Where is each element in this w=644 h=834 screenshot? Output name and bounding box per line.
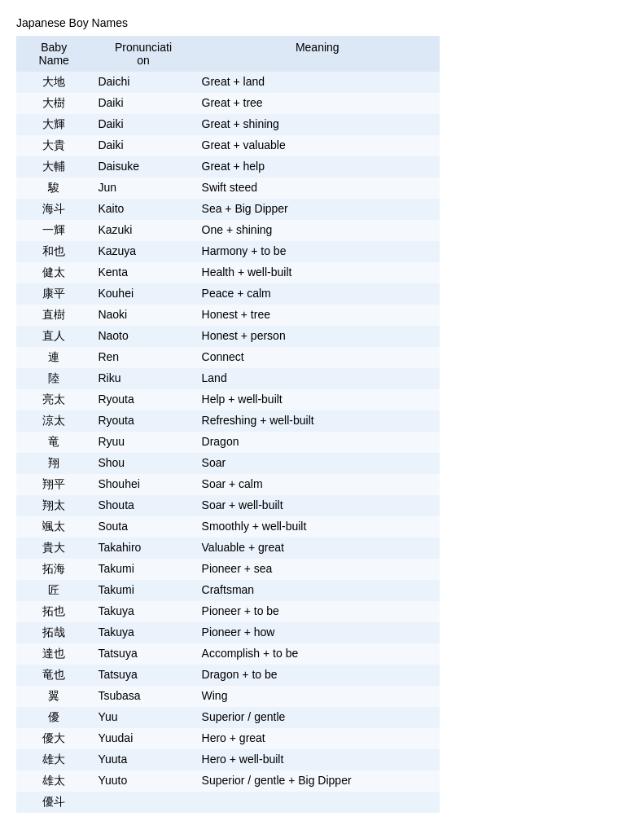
cell-meaning [195, 792, 440, 813]
cell-kanji: 翔太 [16, 495, 91, 516]
cell-pronunciation: Ryuu [91, 432, 195, 453]
cell-kanji: 大地 [16, 72, 91, 93]
table-row: 竜也TatsuyaDragon + to be [16, 665, 440, 686]
table-row: 翼TsubasaWing [16, 686, 440, 707]
cell-kanji: 拓哉 [16, 622, 91, 643]
table-row: 駿JunSwift steed [16, 178, 440, 199]
cell-kanji: 直人 [16, 326, 91, 347]
cell-meaning: Harmony + to be [195, 241, 440, 262]
table-row: 康平KouheiPeace + calm [16, 283, 440, 305]
cell-meaning: Great + shining [195, 114, 440, 135]
cell-kanji: 健太 [16, 262, 91, 283]
cell-kanji: 颯太 [16, 516, 91, 538]
cell-kanji: 翼 [16, 686, 91, 707]
table-row: 達也TatsuyaAccomplish + to be [16, 643, 440, 665]
cell-kanji: 雄太 [16, 770, 91, 792]
cell-meaning: Wing [195, 686, 440, 707]
cell-kanji: 雄大 [16, 749, 91, 770]
cell-meaning: Soar [195, 453, 440, 474]
cell-kanji: 拓海 [16, 559, 91, 580]
cell-kanji: 竜 [16, 432, 91, 453]
cell-pronunciation: Kouhei [91, 283, 195, 305]
cell-pronunciation: Kazuki [91, 220, 195, 241]
table-row: 優大YuudaiHero + great [16, 728, 440, 749]
table-row: 陸RikuLand [16, 368, 440, 389]
cell-kanji: 一輝 [16, 220, 91, 241]
cell-pronunciation: Yuudai [91, 728, 195, 749]
table-row: 拓哉TakuyaPioneer + how [16, 622, 440, 643]
table-row: 翔平ShouheiSoar + calm [16, 474, 440, 495]
cell-pronunciation: Naoki [91, 305, 195, 326]
cell-pronunciation: Tatsuya [91, 665, 195, 686]
cell-kanji: 拓也 [16, 601, 91, 622]
cell-pronunciation: Yuuta [91, 749, 195, 770]
cell-kanji: 優 [16, 707, 91, 728]
cell-meaning: Refreshing + well-built [195, 410, 440, 432]
cell-kanji: 貴大 [16, 538, 91, 559]
cell-kanji: 翔 [16, 453, 91, 474]
cell-meaning: Peace + calm [195, 283, 440, 305]
cell-meaning: Pioneer + to be [195, 601, 440, 622]
cell-pronunciation: Takuya [91, 622, 195, 643]
cell-meaning: Great + help [195, 156, 440, 178]
table-row: 雄大YuutaHero + well-built [16, 749, 440, 770]
cell-meaning: Health + well-built [195, 262, 440, 283]
cell-kanji: 優大 [16, 728, 91, 749]
table-row: 大樹DaikiGreat + tree [16, 93, 440, 114]
cell-meaning: Great + land [195, 72, 440, 93]
cell-meaning: Pioneer + sea [195, 559, 440, 580]
cell-pronunciation: Ryouta [91, 389, 195, 410]
table-row: 大地DaichiGreat + land [16, 72, 440, 93]
cell-pronunciation: Naoto [91, 326, 195, 347]
page-title: Japanese Boy Names [16, 16, 628, 29]
cell-kanji: 駿 [16, 178, 91, 199]
table-row: 海斗KaitoSea + Big Dipper [16, 199, 440, 220]
cell-kanji: 康平 [16, 283, 91, 305]
cell-meaning: Sea + Big Dipper [195, 199, 440, 220]
table-row: 拓海TakumiPioneer + sea [16, 559, 440, 580]
cell-kanji: 大輝 [16, 114, 91, 135]
cell-pronunciation: Takahiro [91, 538, 195, 559]
cell-meaning: Swift steed [195, 178, 440, 199]
cell-meaning: Craftsman [195, 580, 440, 601]
cell-meaning: Honest + tree [195, 305, 440, 326]
cell-meaning: Superior / gentle [195, 707, 440, 728]
cell-pronunciation [91, 792, 195, 813]
table-row: 優斗 [16, 792, 440, 813]
names-table: BabyName Pronunciation Meaning 大地DaichiG… [16, 36, 440, 813]
cell-pronunciation: Ryouta [91, 410, 195, 432]
cell-meaning: Pioneer + how [195, 622, 440, 643]
cell-meaning: Hero + great [195, 728, 440, 749]
table-row: 翔太ShoutaSoar + well-built [16, 495, 440, 516]
cell-kanji: 達也 [16, 643, 91, 665]
table-row: 和也KazuyaHarmony + to be [16, 241, 440, 262]
cell-pronunciation: Daisuke [91, 156, 195, 178]
header-meaning: Meaning [195, 36, 440, 72]
cell-pronunciation: Jun [91, 178, 195, 199]
cell-pronunciation: Kazuya [91, 241, 195, 262]
cell-kanji: 竜也 [16, 665, 91, 686]
cell-pronunciation: Kenta [91, 262, 195, 283]
cell-meaning: Superior / gentle + Big Dipper [195, 770, 440, 792]
cell-pronunciation: Daiki [91, 93, 195, 114]
table-row: 亮太RyoutaHelp + well-built [16, 389, 440, 410]
cell-pronunciation: Takumi [91, 559, 195, 580]
cell-pronunciation: Shouhei [91, 474, 195, 495]
cell-pronunciation: Tsubasa [91, 686, 195, 707]
cell-pronunciation: Souta [91, 516, 195, 538]
table-row: 雄太YuutoSuperior / gentle + Big Dipper [16, 770, 440, 792]
cell-meaning: Help + well-built [195, 389, 440, 410]
cell-pronunciation: Shou [91, 453, 195, 474]
header-baby-name: BabyName [16, 36, 91, 72]
cell-pronunciation: Yuuto [91, 770, 195, 792]
cell-meaning: Hero + well-built [195, 749, 440, 770]
cell-kanji: 大輔 [16, 156, 91, 178]
cell-pronunciation: Daichi [91, 72, 195, 93]
cell-meaning: Great + tree [195, 93, 440, 114]
cell-pronunciation: Daiki [91, 135, 195, 156]
cell-kanji: 連 [16, 347, 91, 368]
cell-kanji: 和也 [16, 241, 91, 262]
cell-meaning: Dragon [195, 432, 440, 453]
table-row: 翔ShouSoar [16, 453, 440, 474]
cell-meaning: Smoothly + well-built [195, 516, 440, 538]
